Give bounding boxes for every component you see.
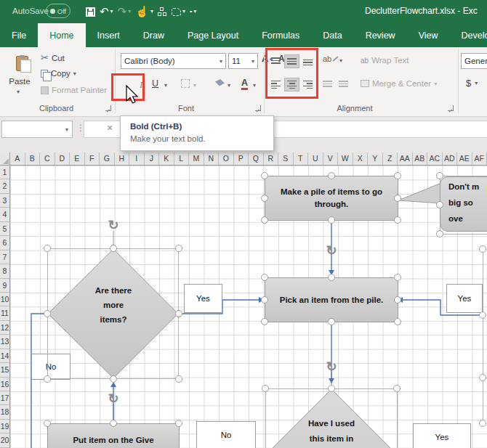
paste-button[interactable]: Paste ▾ [6, 51, 33, 100]
row-header[interactable]: 2 [0, 179, 9, 193]
label-yes-bottom[interactable]: Yes [413, 423, 471, 448]
selection-handle[interactable] [110, 375, 117, 383]
rotate-handle-icon[interactable]: ↻ [108, 392, 118, 405]
wrap-text-button[interactable]: abWrap Text [361, 56, 408, 65]
alignment-dialog-launcher[interactable] [448, 105, 454, 111]
row-header[interactable]: 1 [0, 166, 9, 179]
selection-handle[interactable] [175, 245, 182, 252]
touch-mode-button[interactable]: ☝▾ [135, 3, 153, 20]
column-header[interactable]: Y [368, 152, 383, 165]
row-header[interactable]: 17 [0, 391, 9, 405]
column-header[interactable]: L [174, 152, 190, 165]
column-header[interactable]: R [264, 152, 279, 165]
column-header[interactable]: D [55, 152, 71, 165]
label-yes-left[interactable]: Yes [184, 284, 222, 313]
center-button[interactable] [284, 78, 299, 91]
column-header[interactable]: C [40, 152, 55, 165]
column-header[interactable]: Q [249, 152, 264, 165]
save-button[interactable] [86, 7, 95, 17]
rotate-handle-icon[interactable]: ↻ [326, 360, 337, 373]
column-header[interactable]: G [100, 152, 115, 165]
selection-handle[interactable] [261, 216, 268, 224]
rotate-handle-icon[interactable]: ↻ [326, 244, 337, 257]
lasso-select-button[interactable]: ▾ [172, 3, 185, 20]
column-header[interactable]: S [278, 152, 294, 165]
row-header[interactable]: 9 [0, 279, 9, 293]
currency-button[interactable]: $▾ [466, 78, 478, 89]
tab-file[interactable]: File [0, 23, 38, 47]
borders-button[interactable] [181, 79, 190, 88]
column-header[interactable]: O [219, 152, 234, 165]
clipboard-dialog-launcher[interactable] [105, 105, 111, 111]
shapes-flow-button[interactable] [158, 7, 167, 17]
selection-handle[interactable] [436, 201, 443, 208]
flowchart-step-pick-item[interactable]: Pick an item from the pile. [265, 277, 398, 322]
font-size-combo[interactable]: 11▾ [228, 53, 258, 69]
row-header[interactable]: 13 [0, 335, 9, 349]
font-name-combo[interactable]: Calibri (Body)▾ [121, 53, 226, 69]
tab-formulas[interactable]: Formulas [250, 23, 311, 47]
selection-handle[interactable] [175, 420, 182, 427]
column-header[interactable]: B [25, 152, 41, 165]
row-header[interactable]: 15 [0, 363, 9, 377]
row-header[interactable]: 19 [0, 420, 9, 433]
selection-handle[interactable] [394, 274, 401, 281]
column-header[interactable]: AC [427, 152, 443, 165]
fill-color-icon[interactable] [215, 79, 225, 86]
selection-handle[interactable] [393, 385, 401, 392]
select-all-corner[interactable] [0, 152, 10, 165]
selection-handle[interactable] [175, 375, 182, 383]
font-color-button[interactable]: A [241, 78, 248, 90]
decrease-indent-button[interactable] [320, 78, 335, 91]
label-yes-right[interactable]: Yes [446, 284, 483, 313]
column-header[interactable]: AA [398, 152, 413, 165]
selection-handle[interactable] [261, 195, 268, 202]
flowchart-step-make-pile[interactable]: Make a pile of items to go through. [265, 176, 398, 221]
autosave-toggle[interactable]: Off [46, 4, 71, 18]
tab-home[interactable]: Home [38, 23, 85, 47]
column-header[interactable]: V [323, 152, 339, 165]
tab-insert[interactable]: Insert [86, 23, 132, 47]
tab-data[interactable]: Data [311, 23, 353, 47]
cancel-icon[interactable]: × [107, 122, 113, 134]
selection-handle[interactable] [394, 216, 401, 224]
column-header[interactable]: AB [413, 152, 428, 165]
redo-button[interactable]: ↷▾ [118, 3, 132, 20]
selection-handle[interactable] [44, 420, 51, 427]
column-header[interactable]: W [338, 152, 353, 165]
selection-handle[interactable] [175, 310, 182, 317]
merge-center-button[interactable]: Merge & Center▾ [361, 79, 437, 88]
number-format-combo[interactable]: Genera [461, 53, 487, 69]
column-header[interactable]: X [353, 152, 369, 165]
tab-developer[interactable]: Developer [450, 23, 487, 47]
selection-handle[interactable] [394, 172, 401, 179]
undo-button[interactable]: ↶▾ [100, 3, 113, 20]
selection-handle[interactable] [110, 420, 117, 427]
align-left-button[interactable] [268, 78, 283, 91]
selection-handle[interactable] [328, 172, 335, 179]
selection-handle[interactable] [328, 274, 335, 281]
row-header[interactable]: 16 [0, 378, 9, 391]
row-header[interactable]: 6 [0, 236, 9, 250]
row-header[interactable]: 11 [0, 306, 9, 320]
column-header[interactable]: I [129, 152, 145, 165]
row-header[interactable]: 10 [0, 293, 9, 306]
customize-qat-button[interactable]: ⹀▾ [190, 3, 196, 20]
row-header[interactable]: 14 [0, 349, 9, 363]
selection-handle[interactable] [261, 296, 268, 304]
row-header[interactable]: 8 [0, 264, 9, 278]
column-header[interactable]: K [159, 152, 174, 165]
column-header[interactable]: A [10, 152, 25, 165]
copy-button[interactable]: Copy▾ [41, 69, 76, 78]
selection-handle[interactable] [328, 385, 335, 392]
selection-handle[interactable] [44, 310, 51, 317]
increase-indent-button[interactable] [336, 78, 351, 91]
column-header[interactable]: Z [383, 152, 398, 165]
column-header[interactable]: E [70, 152, 85, 165]
selection-handle[interactable] [44, 375, 51, 383]
middle-align-button[interactable] [284, 54, 299, 68]
row-header[interactable]: 18 [0, 405, 9, 419]
selection-handle[interactable] [262, 385, 269, 392]
name-box[interactable]: ▾ [1, 121, 73, 138]
flowchart-step-put-item[interactable]: Put item on the Give [47, 423, 180, 448]
